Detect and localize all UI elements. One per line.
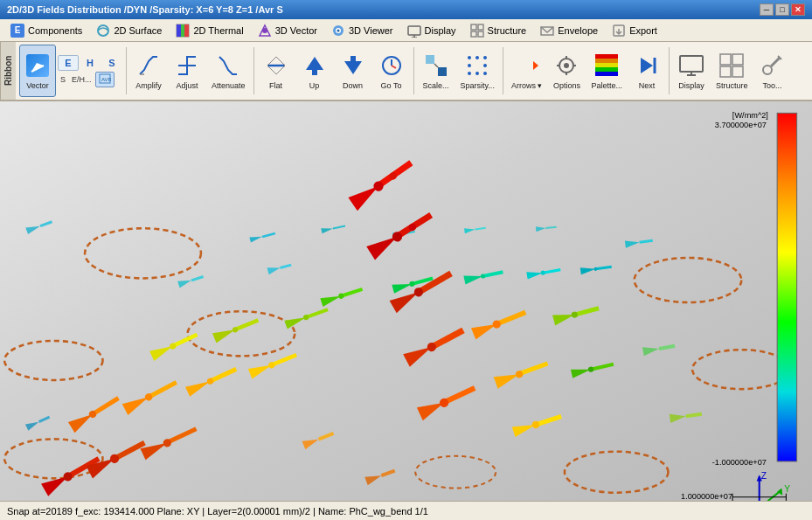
- window-title: 2D/3D Fields Distribution /DYN /Sparsity…: [7, 4, 760, 15]
- close-button[interactable]: ✕: [791, 3, 805, 16]
- svg-rect-61: [680, 56, 703, 72]
- H-icon: H: [84, 57, 96, 69]
- ribbon-H-button[interactable]: H: [80, 55, 101, 71]
- ribbon-next-button[interactable]: Next: [628, 45, 665, 97]
- svg-point-40: [483, 56, 487, 59]
- menu-components[interactable]: E Components: [3, 21, 89, 40]
- svg-rect-57: [595, 67, 618, 72]
- ribbon-tools-button[interactable]: Too...: [753, 45, 790, 97]
- tools-label: Too...: [762, 81, 781, 91]
- svg-rect-65: [732, 54, 743, 65]
- ribbon-EH-button[interactable]: S: [58, 72, 68, 87]
- menu-structure-label: Structure: [488, 25, 527, 36]
- ribbon-options-button[interactable]: Options: [548, 45, 585, 97]
- E-icon: E: [62, 57, 74, 69]
- svg-text:Z: Z: [761, 471, 767, 481]
- svg-rect-35: [426, 55, 434, 64]
- menu-3d-vector[interactable]: 3D Vector: [251, 21, 324, 40]
- svg-marker-28: [306, 57, 323, 70]
- 3d-vector-icon: [258, 24, 272, 38]
- display2-label: Display: [678, 81, 704, 91]
- ribbon-avrs-button[interactable]: AVR: [95, 72, 115, 87]
- viewport[interactable]: [W/mm^2] 3.700000e+07 -1.000000e+07 Z Y …: [0, 101, 812, 501]
- ribbon-flat-button[interactable]: Flat: [258, 45, 295, 97]
- amplify-label: Amplify: [135, 81, 162, 91]
- display-icon: [407, 24, 421, 38]
- svg-text:1.000000e+07: 1.000000e+07: [681, 492, 732, 501]
- svg-text:Y: Y: [784, 484, 790, 494]
- ribbon-up-button[interactable]: Up: [296, 45, 333, 97]
- svg-point-68: [763, 66, 772, 74]
- minimize-button[interactable]: ─: [760, 3, 774, 16]
- ribbon-amplify-button[interactable]: Amplify: [130, 45, 167, 97]
- down-icon: [339, 52, 367, 80]
- ribbon-attenuate-button[interactable]: Attenuate: [207, 45, 250, 97]
- menu-envelope[interactable]: Envelope: [533, 21, 605, 40]
- svg-marker-30: [344, 61, 362, 74]
- svg-point-41: [468, 64, 471, 67]
- goto-label: Go To: [381, 81, 402, 91]
- svg-rect-10: [408, 26, 420, 35]
- ribbon-display-button[interactable]: Display: [673, 45, 710, 97]
- menu-display-label: Display: [425, 25, 456, 36]
- menu-2d-thermal-label: 2D Thermal: [193, 25, 243, 36]
- ribbon-adjust-button[interactable]: Adjust: [169, 45, 205, 97]
- ribbon-S-button[interactable]: S: [101, 55, 122, 71]
- ribbon-label: Ribbon: [0, 42, 16, 100]
- ribbon-EH2-button[interactable]: E/H...: [69, 72, 94, 87]
- divider-5: [669, 47, 670, 94]
- menubar: E Components 2D Surface 2D Thermal 3D Ve…: [0, 19, 812, 42]
- ribbon-palette-button[interactable]: Palette...: [586, 45, 627, 97]
- ribbon-arrows-button[interactable]: Arrows ▾: [507, 45, 547, 97]
- svg-point-42: [483, 64, 487, 67]
- palette-icon: [593, 52, 621, 80]
- next-icon: [633, 52, 661, 80]
- ribbon-E-button[interactable]: E: [58, 55, 79, 71]
- flat-label: Flat: [269, 81, 282, 91]
- tools-icon: [758, 52, 786, 80]
- options-icon: [552, 52, 580, 80]
- menu-2d-surface[interactable]: 2D Surface: [89, 21, 169, 40]
- ribbon-structure-button[interactable]: Structure: [711, 45, 753, 97]
- divider-4: [503, 47, 503, 94]
- ribbon-vector-button[interactable]: Vector: [19, 45, 56, 97]
- svg-line-37: [434, 64, 438, 67]
- 3d-viewer-icon: [331, 24, 345, 38]
- svg-rect-66: [720, 66, 731, 77]
- status-text: Snap at=20189 f_exc: 193414.000 Plane: X…: [7, 506, 428, 517]
- svg-rect-36: [438, 67, 447, 76]
- svg-rect-55: [595, 59, 618, 63]
- divider-2: [253, 47, 254, 94]
- ribbon-goto-button[interactable]: Go To: [373, 45, 410, 97]
- 2d-thermal-icon: [176, 24, 190, 38]
- menu-display[interactable]: Display: [400, 21, 463, 40]
- down-label: Down: [343, 81, 363, 91]
- svg-point-45: [483, 72, 487, 75]
- menu-envelope-label: Envelope: [558, 25, 598, 36]
- window-controls: ─ □ ✕: [760, 3, 805, 16]
- goto-icon: [378, 52, 406, 80]
- ribbon-scale-button[interactable]: Scale...: [418, 45, 455, 97]
- menu-export[interactable]: Export: [605, 21, 664, 40]
- svg-rect-186: [777, 113, 796, 461]
- menu-2d-thermal[interactable]: 2D Thermal: [169, 21, 250, 40]
- svg-point-6: [262, 28, 267, 33]
- scale-icon: [422, 52, 450, 80]
- field-visualization: [W/mm^2] 3.700000e+07 -1.000000e+07 Z Y …: [0, 101, 812, 501]
- svg-text:AVR: AVR: [101, 77, 111, 82]
- ribbon-sparsity-button[interactable]: Sparsity...: [456, 45, 499, 97]
- svg-line-34: [392, 66, 396, 68]
- structure2-icon: [718, 52, 746, 80]
- maximize-button[interactable]: □: [775, 3, 789, 16]
- svg-rect-67: [732, 66, 743, 77]
- display2-icon: [677, 52, 705, 80]
- menu-3d-viewer[interactable]: 3D Viewer: [324, 21, 400, 40]
- next-label: Next: [639, 81, 656, 91]
- ribbon-down-button[interactable]: Down: [335, 45, 371, 97]
- amplify-icon: [135, 52, 163, 80]
- menu-structure[interactable]: Structure: [463, 21, 534, 40]
- divider-1: [126, 47, 127, 94]
- menu-3d-vector-label: 3D Vector: [275, 25, 317, 36]
- vector-icon: [24, 52, 52, 80]
- up-icon: [301, 52, 329, 80]
